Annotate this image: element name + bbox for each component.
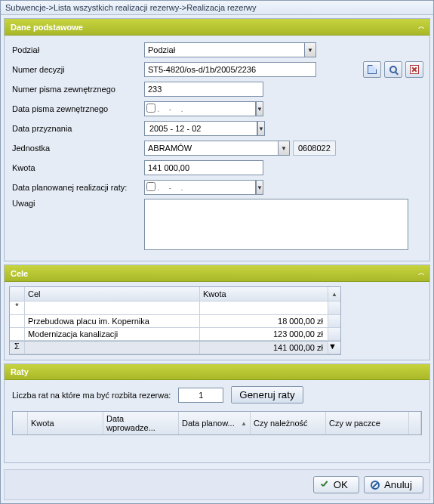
ok-label: OK <box>334 479 348 490</box>
label-data-plan: Data planowanej realizacji raty: <box>12 183 144 192</box>
input-numer-pisma[interactable] <box>144 82 263 97</box>
panel-cele-title: Cele <box>11 269 28 278</box>
scroll-down-icon[interactable]: ▼ <box>328 342 340 354</box>
input-podzial[interactable] <box>144 42 304 57</box>
col-marker[interactable] <box>10 287 25 301</box>
ok-button[interactable]: OK <box>313 476 359 493</box>
label-numer-pisma: Numer pisma zewnętrznego <box>12 85 144 94</box>
sum-value: 141 000,00 zł <box>200 342 328 354</box>
textarea-uwagi[interactable] <box>144 199 408 250</box>
label-data-przyznania: Data przyznania <box>12 124 144 133</box>
check-icon <box>320 481 329 490</box>
row-sigma: Σ <box>10 342 25 354</box>
label-raty-count: Liczba rat na które ma być rozbita rezer… <box>12 391 171 400</box>
cancel-button[interactable]: Anuluj <box>364 476 423 493</box>
dropdown-icon[interactable]: ▼ <box>257 121 265 136</box>
date-pisma[interactable]: ▼ <box>144 101 263 116</box>
date-pisma-input[interactable] <box>144 101 256 116</box>
col-marker[interactable] <box>13 412 28 434</box>
label-podzial: Podział <box>12 45 144 54</box>
cell-kwota: 123 000,00 zł <box>200 328 328 340</box>
date-plan-check[interactable] <box>146 182 155 191</box>
delete-icon <box>410 65 419 74</box>
panel-basic-header[interactable]: Dane podstawowe ︿ <box>5 19 429 36</box>
col-rest <box>409 412 421 434</box>
panel-raty-title: Raty <box>11 367 29 376</box>
table-row[interactable]: Modernizacja kanalizacji 123 000,00 zł <box>10 328 340 341</box>
col-czy-nal[interactable]: Czy należność <box>251 412 326 434</box>
doc-button[interactable] <box>363 61 381 78</box>
date-plan-input[interactable] <box>144 180 256 195</box>
cancel-label: Anuluj <box>384 479 412 490</box>
combo-podzial[interactable]: ▼ <box>144 42 316 57</box>
dropdown-icon[interactable]: ▼ <box>256 101 263 116</box>
date-przyznania-input[interactable] <box>144 121 257 136</box>
col-kwota[interactable]: Kwota <box>28 412 103 434</box>
dropdown-icon[interactable]: ▼ <box>304 42 316 57</box>
date-pisma-check[interactable] <box>146 104 155 113</box>
input-raty-count[interactable] <box>178 388 223 403</box>
grid-cele[interactable]: Cel Kwota ▲ * Przebudowa placu i <box>9 286 341 355</box>
scrollbar[interactable] <box>328 315 340 327</box>
panel-raty: Raty Liczba rat na które ma być rozbita … <box>4 363 430 463</box>
label-jednostka: Jednostka <box>12 144 144 153</box>
dropdown-icon[interactable]: ▼ <box>256 180 263 195</box>
label-data-pisma: Data pisma zewnętrznego <box>12 104 144 113</box>
combo-jednostka[interactable]: ▼ <box>144 141 290 156</box>
search-button[interactable] <box>384 61 402 78</box>
cancel-icon <box>371 481 380 490</box>
label-numer-decyzji: Numer decyzji <box>12 65 144 74</box>
label-uwagi: Uwagi <box>12 199 144 208</box>
cell-cel[interactable] <box>25 301 200 314</box>
search-icon <box>389 66 397 73</box>
col-cel[interactable]: Cel <box>25 287 200 301</box>
scroll-up-icon[interactable]: ▲ <box>328 287 340 301</box>
col-kwota[interactable]: Kwota <box>200 287 328 301</box>
input-numer-decyzji[interactable] <box>144 62 316 77</box>
cell-kwota: 18 000,00 zł <box>200 315 328 327</box>
collapse-icon[interactable]: ︿ <box>418 268 423 278</box>
document-icon <box>368 65 377 74</box>
col-czy-paczka[interactable]: Czy w paczce <box>326 412 409 434</box>
grid-raty-header[interactable]: Kwota Data wprowadze... Data planow...▲ … <box>12 411 422 435</box>
table-row[interactable]: Przebudowa placu im. Kopernika 18 000,00… <box>10 315 340 328</box>
sort-icon[interactable]: ▲ <box>241 420 247 427</box>
cell-cel: Przebudowa placu im. Kopernika <box>25 315 200 327</box>
breadcrumb: Subwencje->Lista wszystkich realizacji r… <box>1 1 433 15</box>
sum-label <box>25 342 200 354</box>
generate-button[interactable]: Generuj raty <box>231 386 303 404</box>
panel-raty-header[interactable]: Raty <box>5 364 429 380</box>
panel-cele: Cele ︿ Cel Kwota ▲ * <box>4 264 430 360</box>
delete-button[interactable] <box>405 61 423 78</box>
panel-basic-title: Dane podstawowe <box>11 23 83 32</box>
date-przyznania[interactable]: ▼ <box>144 121 263 136</box>
col-data-plan[interactable]: Data planow...▲ <box>179 412 251 434</box>
panel-cele-header[interactable]: Cele ︿ <box>5 265 429 282</box>
dropdown-icon[interactable]: ▼ <box>278 141 290 156</box>
input-kwota[interactable] <box>144 160 263 175</box>
cell-cel: Modernizacja kanalizacji <box>25 328 200 340</box>
row-marker <box>10 315 25 327</box>
jednostka-code: 0608022 <box>293 141 336 156</box>
input-jednostka[interactable] <box>144 141 278 156</box>
row-marker <box>10 328 25 340</box>
date-plan[interactable]: ▼ <box>144 180 263 195</box>
panel-basic: Dane podstawowe ︿ Podział ▼ Numer decyzj… <box>4 18 430 261</box>
label-kwota: Kwota <box>12 163 144 172</box>
scrollbar[interactable] <box>328 328 340 340</box>
button-bar: OK Anuluj <box>4 469 430 500</box>
col-data-wprow[interactable]: Data wprowadze... <box>103 412 179 434</box>
collapse-icon[interactable]: ︿ <box>418 22 423 32</box>
row-star: * <box>10 301 25 314</box>
scrollbar[interactable] <box>328 301 340 314</box>
cell-kwota[interactable] <box>200 301 328 314</box>
